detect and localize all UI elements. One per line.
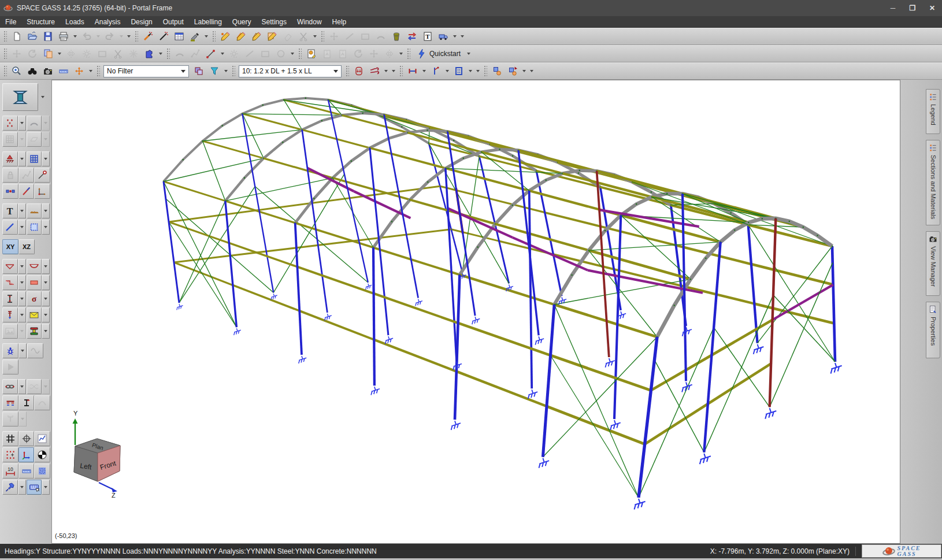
renumber-brush-button[interactable] (187, 29, 202, 44)
portal-frame-model[interactable]: PlanLeftFrontYZ(-50,23) (52, 80, 900, 544)
zoom-button[interactable] (9, 64, 24, 79)
member-fixity-button[interactable] (2, 395, 18, 410)
filter-funnel-button[interactable] (206, 64, 222, 79)
shear-force-button-dropdown[interactable] (18, 275, 26, 290)
print-button[interactable] (55, 29, 71, 44)
render-display-button[interactable] (34, 463, 50, 479)
member-display-button[interactable] (405, 64, 420, 79)
member-draw-tool[interactable] (18, 184, 35, 199)
plate-display-button[interactable] (451, 64, 466, 79)
display-filter-combo[interactable]: No Filter (103, 65, 189, 77)
dimension-tool[interactable] (27, 203, 42, 218)
toolbar-overflow-chevron[interactable] (87, 64, 94, 79)
plate-display-button-dropdown[interactable] (466, 64, 474, 79)
stress-sigma-button-dropdown[interactable] (42, 291, 50, 306)
envelope-button[interactable] (27, 307, 42, 322)
select-node-flag-button[interactable] (505, 64, 520, 79)
menu-settings[interactable]: Settings (257, 17, 292, 27)
orientation-cube[interactable]: PlanLeftFrontYZ (73, 410, 121, 499)
menu-help[interactable]: Help (327, 17, 352, 27)
dynamic-display-button-dropdown[interactable] (18, 343, 27, 358)
tab-view-manager[interactable]: View Manager (926, 231, 940, 296)
tab-properties[interactable]: Properties (926, 302, 940, 358)
toolbar-overflow-chevron[interactable] (474, 64, 481, 79)
text-annotation-tool-dropdown[interactable] (18, 203, 26, 218)
quickstart-button[interactable]: Quickstart (412, 46, 465, 61)
connections-button[interactable] (141, 46, 157, 61)
link-display-button-dropdown[interactable] (18, 379, 26, 394)
new-file-button[interactable] (9, 29, 24, 44)
tab-legend[interactable]: Legend (926, 89, 940, 134)
dimension-display-button[interactable]: 10 (2, 463, 18, 479)
bending-moment-button-dropdown[interactable] (18, 259, 26, 274)
line-annotation-tool-dropdown[interactable] (18, 220, 26, 235)
draw-members-button[interactable] (233, 29, 249, 44)
line-annotation-tool[interactable] (2, 220, 18, 235)
supports-tool-dropdown[interactable] (18, 151, 26, 166)
axial-stress-button[interactable] (27, 275, 42, 290)
link-display-button[interactable] (2, 379, 18, 394)
save-file-button[interactable] (40, 29, 55, 44)
copy-button-dropdown[interactable] (55, 46, 63, 61)
tab-sections-and-materials[interactable]: Sections and Materials (926, 140, 940, 225)
minimize-button[interactable]: ─ (883, 0, 903, 16)
menu-structure[interactable]: Structure (21, 17, 60, 27)
local-axes-tool[interactable] (34, 184, 50, 199)
reactions-button[interactable] (2, 307, 18, 322)
shrink-display-button[interactable] (34, 447, 50, 462)
node-markers-button[interactable] (2, 447, 18, 462)
draw-plates-button[interactable] (249, 29, 264, 44)
plate-annotation-tool-dropdown[interactable] (42, 220, 50, 235)
maximize-button[interactable]: ❐ (903, 0, 922, 16)
renumber-button[interactable] (404, 29, 420, 44)
text-annotation-tool[interactable]: T (2, 203, 18, 218)
section-library-button[interactable] (303, 46, 319, 61)
unselect-wand-button[interactable] (155, 29, 171, 44)
view-plane-xz-button[interactable]: XZ (18, 239, 35, 254)
select-node-button[interactable] (489, 64, 505, 79)
draw-nodes-button[interactable] (217, 29, 233, 44)
datasheets-button[interactable] (171, 29, 187, 44)
measure-button[interactable] (55, 64, 71, 79)
menu-window[interactable]: Window (292, 17, 327, 27)
member-force-button-dropdown[interactable] (18, 291, 26, 306)
move-copy-button-dropdown[interactable] (451, 29, 458, 44)
member-flag-button[interactable] (18, 395, 35, 410)
axial-stress-button-dropdown[interactable] (42, 275, 50, 290)
menu-analysis[interactable]: Analysis (90, 17, 126, 27)
datasheet-entry-button[interactable] (27, 480, 42, 495)
menu-file[interactable]: File (0, 17, 21, 27)
toolbar-overflow-chevron[interactable] (288, 46, 296, 61)
menu-labelling[interactable]: Labelling (189, 17, 227, 27)
structure-viewport[interactable]: PlanLeftFrontYZ(-50,23) (52, 80, 900, 544)
toolbar-overflow-chevron[interactable] (528, 64, 535, 79)
deflection-button[interactable] (27, 259, 42, 274)
supports-tool[interactable] (2, 151, 18, 166)
load-case-combo[interactable]: 10: 1.2 x DL + 1.5 x LL (239, 65, 342, 77)
toolbar-overflow-chevron[interactable] (390, 64, 397, 79)
section-stress-button-dropdown[interactable] (42, 324, 50, 339)
move-copy-button[interactable] (435, 29, 451, 44)
draw-nodes-tool[interactable] (2, 116, 18, 131)
node-load-display-button[interactable] (351, 64, 366, 79)
node-snap-tool[interactable] (34, 168, 50, 183)
wind-load-button[interactable] (366, 64, 382, 79)
draw-nodes-tool-dropdown[interactable] (18, 116, 26, 131)
pin-display-button[interactable] (2, 480, 18, 495)
crosshair-display-button[interactable] (18, 431, 35, 446)
find-button[interactable] (24, 64, 40, 79)
toolbar-overflow-chevron[interactable] (465, 46, 472, 61)
stress-sigma-button[interactable]: σ (27, 291, 42, 306)
toolbar-overflow-chevron[interactable] (397, 46, 405, 61)
section-shape-button[interactable] (2, 83, 38, 111)
copy-button[interactable] (40, 46, 55, 61)
toolbar-overflow-chevron[interactable] (202, 29, 210, 44)
snapshot-button[interactable] (40, 64, 55, 79)
open-file-button[interactable] (24, 29, 40, 44)
section-stress-button[interactable] (27, 324, 42, 339)
mesh-tool-dropdown[interactable] (42, 151, 50, 166)
select-node-flag-button-dropdown[interactable] (520, 64, 528, 79)
toolbar-overflow-chevron[interactable] (157, 46, 164, 61)
datasheet-entry-button-dropdown[interactable] (42, 480, 50, 495)
dimension-tool-dropdown[interactable] (42, 203, 50, 218)
